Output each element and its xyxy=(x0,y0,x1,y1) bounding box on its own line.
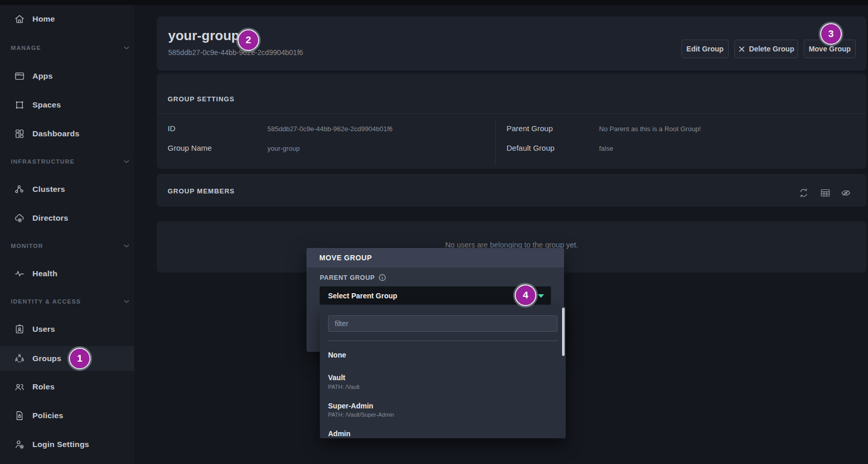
dropdown-option-path: PATH: /Vault/Super-Admin xyxy=(328,412,394,418)
annotation-badge-4: 4 xyxy=(515,284,536,306)
modal-title-bar: MOVE GROUP xyxy=(306,248,564,267)
sidebar-item-label: Home xyxy=(32,14,55,24)
group-settings-title: GROUP SETTINGS xyxy=(168,95,234,103)
sidebar-section-monitor[interactable]: MONITOR xyxy=(0,234,134,258)
settings-row-label: ID xyxy=(168,124,175,133)
home-icon xyxy=(14,13,25,25)
refresh-icon[interactable] xyxy=(798,187,809,199)
dropdown-option-path: PATH: /Vault xyxy=(328,384,359,390)
sidebar-item-spaces[interactable]: Spaces xyxy=(0,93,134,117)
sidebar-section-manage[interactable]: MANAGE xyxy=(0,35,134,60)
sidebar-section-label: IDENTITY & ACCESS xyxy=(11,298,81,305)
clusters-icon xyxy=(14,184,25,195)
chevron-down-icon xyxy=(122,44,131,52)
directors-icon xyxy=(14,212,25,224)
top-strip xyxy=(0,0,868,5)
sidebar-item-clusters[interactable]: Clusters xyxy=(0,177,134,202)
dropdown-option-super-admin[interactable]: Super-Admin xyxy=(328,402,373,410)
parent-group-select-value: Select Parent Group xyxy=(328,292,397,300)
dropdown-scrollbar[interactable] xyxy=(562,308,565,356)
sidebar-item-label: Directors xyxy=(32,213,68,223)
users-icon xyxy=(14,324,25,335)
sidebar-item-login-settings[interactable]: Login Settings xyxy=(0,432,134,457)
policies-icon xyxy=(14,410,25,421)
table-view-icon[interactable] xyxy=(820,187,831,199)
info-icon xyxy=(378,274,386,281)
x-icon xyxy=(738,46,745,52)
eye-off-icon[interactable] xyxy=(840,187,852,199)
sidebar-item-label: Apps xyxy=(32,72,53,81)
sidebar-item-users[interactable]: Users xyxy=(0,317,134,342)
caret-down-icon xyxy=(538,294,544,298)
sidebar-item-label: Login Settings xyxy=(32,440,89,449)
chevron-down-icon xyxy=(122,157,131,166)
sidebar-section-identity-access[interactable]: IDENTITY & ACCESS xyxy=(0,289,134,314)
login-settings-icon xyxy=(14,439,25,450)
group-uuid: 585ddb27-0c9e-44bb-962e-2cd9904b01f6 xyxy=(168,48,303,57)
page: Home MANAGE Apps Spaces Dashboards xyxy=(0,0,868,464)
divider xyxy=(157,113,866,114)
settings-row-label: Default Group xyxy=(507,144,554,152)
settings-row-value: No Parent as this is a Root Group! xyxy=(599,125,701,133)
parent-group-dropdown: None Vault PATH: /Vault Super-Admin PATH… xyxy=(320,307,566,438)
annotation-badge-2: 2 xyxy=(238,29,259,51)
annotation-badge-1: 1 xyxy=(69,348,91,369)
divider xyxy=(328,341,557,341)
parent-group-field-label: PARENT GROUP xyxy=(320,274,386,281)
sidebar-section-label: INFRASTRUCTURE xyxy=(11,158,75,165)
sidebar-item-policies[interactable]: Policies xyxy=(0,403,134,428)
dropdown-option-admin[interactable]: Admin xyxy=(328,430,351,438)
sidebar-item-apps[interactable]: Apps xyxy=(0,64,134,88)
chevron-down-icon xyxy=(122,297,131,306)
settings-row-label: Group Name xyxy=(168,144,212,152)
group-settings-panel: GROUP SETTINGS ID 585ddb27-0c9e-44bb-962… xyxy=(157,74,866,169)
roles-icon xyxy=(14,381,25,392)
sidebar: Home MANAGE Apps Spaces Dashboards xyxy=(0,5,134,464)
modal-title: MOVE GROUP xyxy=(319,254,372,262)
dashboards-icon xyxy=(14,128,25,139)
sidebar-item-label: Users xyxy=(32,325,55,334)
sidebar-item-label: Groups xyxy=(32,354,61,363)
edit-group-button[interactable]: Edit Group xyxy=(681,40,729,58)
sidebar-item-label: Spaces xyxy=(32,100,61,110)
spaces-icon xyxy=(14,99,25,111)
sidebar-item-label: Clusters xyxy=(32,185,65,194)
sidebar-item-label: Policies xyxy=(32,411,63,420)
sidebar-item-label: Health xyxy=(32,269,58,278)
groups-icon xyxy=(14,353,25,364)
sidebar-section-label: MANAGE xyxy=(11,45,41,51)
dropdown-option-none[interactable]: None xyxy=(328,351,346,359)
column-divider xyxy=(495,120,496,166)
health-icon xyxy=(14,268,25,279)
delete-group-label: Delete Group xyxy=(749,45,794,53)
annotation-badge-3: 3 xyxy=(820,23,842,45)
sidebar-item-roles[interactable]: Roles xyxy=(0,374,134,399)
parent-group-label-text: PARENT GROUP xyxy=(320,274,375,281)
apps-icon xyxy=(14,70,25,82)
sidebar-item-home[interactable]: Home xyxy=(0,7,134,31)
settings-row-value: 585ddb27-0c9e-44bb-962e-2cd9904b01f6 xyxy=(267,125,393,133)
sidebar-section-infrastructure[interactable]: INFRASTRUCTURE xyxy=(0,149,134,174)
sidebar-item-health[interactable]: Health xyxy=(0,261,134,286)
sidebar-item-label: Roles xyxy=(32,382,55,391)
sidebar-item-directors[interactable]: Directors xyxy=(0,206,134,230)
edit-group-label: Edit Group xyxy=(686,45,724,53)
group-header-panel: your-group 585ddb27-0c9e-44bb-962e-2cd99… xyxy=(157,16,866,70)
sidebar-section-label: MONITOR xyxy=(11,243,43,249)
filter-input[interactable] xyxy=(328,315,557,332)
move-group-label: Move Group xyxy=(809,45,851,53)
group-members-bar: GROUP MEMBERS xyxy=(157,174,866,207)
sidebar-item-groups[interactable]: Groups xyxy=(0,346,134,371)
chevron-down-icon xyxy=(122,242,131,250)
group-members-title: GROUP MEMBERS xyxy=(168,187,235,195)
delete-group-button[interactable]: Delete Group xyxy=(734,40,798,58)
dropdown-option-vault[interactable]: Vault xyxy=(328,373,345,382)
page-title: your-group xyxy=(168,28,240,44)
sidebar-item-dashboards[interactable]: Dashboards xyxy=(0,121,134,146)
settings-row-value: false xyxy=(599,145,613,152)
sidebar-item-label: Dashboards xyxy=(32,129,80,138)
settings-row-label: Parent Group xyxy=(507,124,553,133)
settings-row-value: your-group xyxy=(267,145,300,152)
